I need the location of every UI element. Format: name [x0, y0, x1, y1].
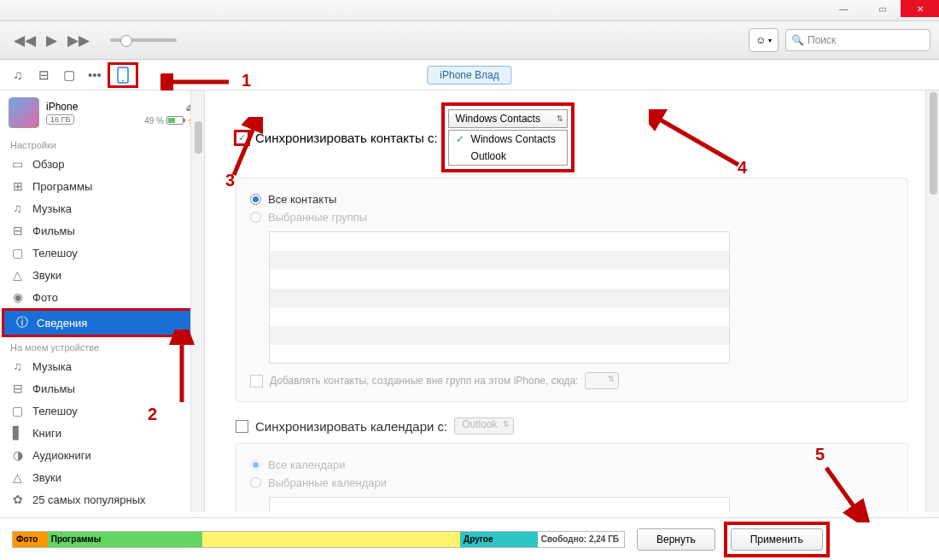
apply-highlight: Применить: [727, 525, 826, 554]
sidebar-item-label: Музыка: [32, 360, 72, 373]
contacts-source-dropdown: Windows Contacts Outlook: [448, 130, 568, 166]
svg-point-1: [122, 79, 124, 81]
capacity-seg-other: Другое: [460, 532, 538, 547]
sidebar-item-label: Музыка: [32, 202, 72, 215]
close-button[interactable]: ✕: [901, 0, 939, 17]
sidebar-item[interactable]: ▭Обзор: [0, 153, 204, 175]
sidebar-item-label: Книги: [32, 427, 61, 440]
sidebar-item-label: Обзор: [32, 158, 65, 171]
sidebar-section-device: На моем устройстве: [0, 337, 204, 355]
contacts-groups-radio-row[interactable]: Выбранные группы: [250, 208, 894, 226]
calendars-source-select[interactable]: Outlook: [454, 417, 513, 435]
volume-slider[interactable]: [110, 38, 177, 42]
sidebar-item[interactable]: ▢Телешоу: [0, 242, 204, 264]
sidebar-item-icon: △: [10, 470, 25, 484]
annotation-number-1: 1: [242, 71, 251, 90]
sidebar-item[interactable]: △Звуки: [0, 264, 204, 286]
radio-icon: [250, 477, 261, 488]
sidebar-item[interactable]: ▢Телешоу: [0, 400, 204, 422]
sidebar-section-settings: Настройки: [0, 135, 204, 153]
sidebar-item[interactable]: ✿Классическая музыка: [0, 510, 204, 512]
maximize-button[interactable]: ▭: [862, 0, 901, 17]
movies-tab-icon[interactable]: ⊟: [31, 63, 56, 87]
contacts-source-select[interactable]: Windows Contacts: [448, 109, 568, 128]
sidebar-item-icon: ⊟: [10, 224, 25, 237]
add-outside-label: Добавлять контакты, созданные вне групп …: [270, 375, 578, 387]
sync-calendars-label: Синхронизировать календари с:: [255, 419, 447, 434]
device-storage-badge: 16 ГБ: [46, 114, 74, 125]
sidebar-item-icon: ▢: [10, 404, 25, 417]
contact-groups-list: [269, 231, 730, 364]
content-scrollbar[interactable]: [925, 90, 939, 512]
sidebar-item-icon: ◑: [10, 448, 25, 462]
prev-track-icon[interactable]: ◀◀: [14, 32, 36, 50]
music-tab-icon[interactable]: ♫: [5, 63, 31, 87]
device-thumbnail: [9, 97, 39, 128]
sidebar-item[interactable]: ▋Книги: [0, 422, 204, 444]
calendars-sel-label: Выбранные календари: [268, 476, 387, 489]
dropdown-option[interactable]: Outlook: [449, 148, 567, 165]
sync-calendars-checkbox[interactable]: [236, 420, 248, 433]
sidebar-item[interactable]: ⊟Фильмы: [0, 219, 204, 242]
play-icon[interactable]: ▶: [46, 32, 57, 50]
sidebar-item-label: Телешоу: [32, 247, 78, 260]
player-bar: ◀◀ ▶ ▶▶ ☺▾ 🔍 Поиск: [0, 21, 939, 60]
radio-icon: [250, 459, 261, 470]
sidebar-item[interactable]: ⊟Фильмы: [0, 377, 204, 400]
search-placeholder: Поиск: [808, 34, 836, 46]
sidebar-item[interactable]: ✿25 самых популярных: [0, 488, 204, 510]
sidebar-item[interactable]: ♫Музыка: [0, 355, 204, 377]
battery-indicator: 49 % ⚡: [144, 116, 195, 125]
radio-icon: [250, 212, 261, 223]
calendars-all-label: Все календари: [268, 458, 346, 471]
sidebar-item-label: Звуки: [32, 269, 61, 282]
contacts-all-radio-row[interactable]: Все контакты: [250, 190, 894, 208]
tv-tab-icon[interactable]: ▢: [56, 63, 82, 87]
sync-contacts-row: Синхронизировать контакты с: Windows Con…: [236, 106, 908, 169]
calendar-list: [269, 497, 730, 512]
sidebar-item-label: Фото: [32, 291, 58, 304]
search-input[interactable]: 🔍 Поиск: [785, 29, 930, 51]
more-tab-icon[interactable]: •••: [82, 63, 108, 87]
radio-icon: [250, 194, 261, 205]
sidebar-item-label: Сведения: [37, 317, 87, 330]
chevron-down-icon: ▾: [768, 37, 772, 44]
sidebar-item-icon: ◉: [10, 290, 25, 304]
sidebar-item-icon: ▭: [10, 157, 25, 171]
sidebar: iPhone 16 ГБ ⏏ 49 % ⚡ Настройки ▭Обзор⊞П…: [0, 90, 205, 512]
sidebar-item[interactable]: ⊞Программы: [0, 175, 204, 197]
sidebar-item[interactable]: △Звуки: [0, 466, 204, 488]
calendars-all-radio-row[interactable]: Все календари: [250, 456, 894, 474]
sidebar-item[interactable]: ⓘСведения: [4, 311, 200, 335]
annotation-number-2: 2: [148, 405, 157, 424]
sidebar-item-label: Программы: [32, 180, 92, 193]
capacity-seg-free: Свободно: 2,24 ГБ: [538, 532, 624, 547]
calendars-sel-radio-row[interactable]: Выбранные календари: [250, 474, 894, 492]
account-button[interactable]: ☺▾: [749, 28, 779, 52]
sidebar-item-icon: ⊞: [10, 179, 25, 193]
sidebar-item-icon: ♫: [10, 359, 25, 373]
dropdown-option[interactable]: Windows Contacts: [449, 131, 567, 148]
footer-bar: Фото Программы Другое Свободно: 2,24 ГБ …: [0, 517, 939, 560]
next-track-icon[interactable]: ▶▶: [67, 32, 90, 50]
device-button[interactable]: [108, 62, 138, 88]
add-outside-checkbox[interactable]: [250, 375, 263, 388]
sidebar-item[interactable]: ◉Фото: [0, 286, 204, 308]
contacts-source-select-highlight: Windows Contacts Windows Contacts Outloo…: [445, 106, 571, 169]
device-name-pill[interactable]: iPhone Влад: [427, 66, 511, 85]
add-outside-select[interactable]: [585, 372, 619, 389]
device-name-label: iPhone: [46, 101, 78, 113]
sidebar-item[interactable]: ◑Аудиокниги: [0, 444, 204, 466]
sync-calendars-row: Синхронизировать календари с: Outlook: [236, 417, 908, 435]
capacity-seg-apps: Программы: [48, 532, 202, 547]
sidebar-item[interactable]: ♫Музыка: [0, 197, 204, 219]
revert-button[interactable]: Вернуть: [637, 528, 715, 551]
minimize-button[interactable]: —: [824, 0, 862, 17]
contacts-groups-label: Выбранные группы: [268, 211, 367, 224]
battery-pct-label: 49 %: [144, 116, 164, 125]
sidebar-scrollbar[interactable]: [190, 90, 204, 512]
sync-contacts-checkbox[interactable]: [236, 131, 248, 144]
sync-contacts-label: Синхронизировать контакты с:: [255, 131, 438, 145]
capacity-bar: Фото Программы Другое Свободно: 2,24 ГБ: [12, 531, 625, 548]
apply-button[interactable]: Применить: [731, 528, 823, 551]
